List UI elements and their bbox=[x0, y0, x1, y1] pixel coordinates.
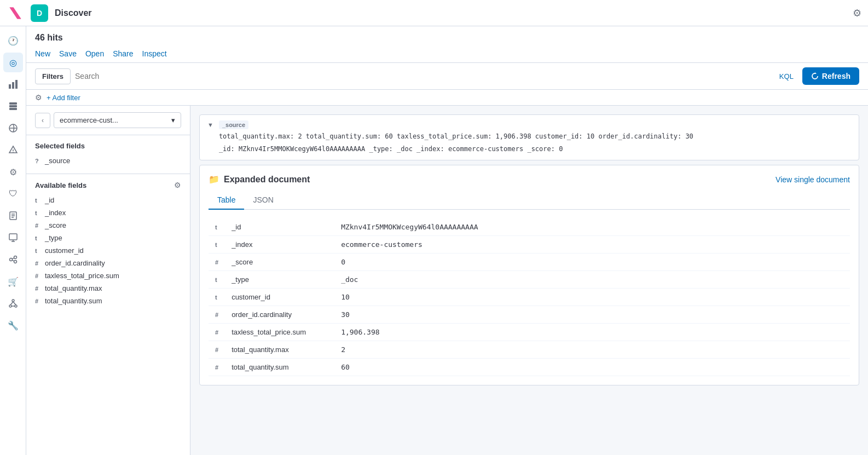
expanded-title: 📁 Expanded document bbox=[209, 174, 310, 185]
sidebar: ‹ ecommerce-cust... ▾ Selected fields ? … bbox=[26, 106, 190, 455]
nav-chart[interactable] bbox=[3, 74, 23, 94]
field-name-cell: total_quantity.sum bbox=[225, 359, 334, 376]
field-type[interactable]: t _type bbox=[35, 232, 181, 244]
nav-alert[interactable] bbox=[3, 140, 23, 160]
available-fields-section: Available fields ⚙ t _id t _index bbox=[26, 174, 190, 455]
field-score[interactable]: # _score bbox=[35, 219, 181, 232]
add-filter-row: ⚙ + Add filter bbox=[26, 90, 868, 106]
field-type-cell: t bbox=[209, 289, 225, 306]
field-total-quantity-max[interactable]: # total_quantity.max bbox=[35, 282, 181, 295]
selected-fields-title: Selected fields bbox=[35, 142, 181, 150]
svg-point-18 bbox=[14, 261, 16, 263]
inspect-button[interactable]: Inspect bbox=[142, 49, 167, 58]
table-row: # order_id.cardinality 30 bbox=[209, 306, 850, 324]
svg-point-8 bbox=[13, 152, 14, 153]
view-single-document-link[interactable]: View single document bbox=[776, 175, 850, 184]
nav-gear[interactable]: ⚙ bbox=[3, 162, 23, 182]
svg-point-22 bbox=[9, 305, 11, 307]
body-split: ‹ ecommerce-cust... ▾ Selected fields ? … bbox=[26, 106, 868, 455]
svg-point-23 bbox=[15, 305, 17, 307]
nav-wrench[interactable]: 🔧 bbox=[3, 315, 23, 335]
nav-compass[interactable]: ◎ bbox=[3, 53, 23, 72]
index-dropdown[interactable]: ecommerce-cust... ▾ bbox=[54, 112, 181, 128]
settings-icon[interactable]: ⚙ bbox=[853, 8, 861, 19]
field-value-cell: 60 bbox=[334, 359, 850, 376]
nav-clock[interactable]: 🕐 bbox=[3, 31, 23, 50]
filter-settings-icon[interactable]: ⚙ bbox=[35, 93, 42, 102]
selected-field-source[interactable]: ? _source bbox=[35, 154, 181, 167]
field-type-cell: # bbox=[209, 341, 225, 359]
expand-row-button[interactable]: ▼ bbox=[206, 120, 215, 129]
nav-monitor[interactable] bbox=[3, 228, 23, 247]
field-name: _source bbox=[45, 157, 70, 165]
table-row: t customer_id 10 bbox=[209, 289, 850, 306]
svg-line-25 bbox=[13, 302, 16, 305]
toolbar: 46 hits New Save Open Share Inspect bbox=[26, 26, 868, 63]
search-input[interactable] bbox=[75, 72, 771, 80]
results-area: ▼ _source total_quantity.max: 2 total_qu… bbox=[190, 106, 868, 455]
app-badge: D bbox=[31, 4, 48, 22]
field-order-id-cardinality[interactable]: # order_id.cardinality bbox=[35, 257, 181, 269]
table-row: # taxless_total_price.sum 1,906.398 bbox=[209, 324, 850, 341]
expanded-document: 📁 Expanded document View single document… bbox=[199, 165, 859, 385]
result-row: ▼ _source total_quantity.max: 2 total_qu… bbox=[199, 114, 859, 160]
table-row: # _score 0 bbox=[209, 254, 850, 271]
share-button[interactable]: Share bbox=[113, 49, 133, 58]
expanded-header: 📁 Expanded document View single document bbox=[209, 174, 850, 185]
table-row: t _index ecommerce-customers bbox=[209, 236, 850, 254]
svg-line-19 bbox=[12, 258, 14, 259]
source-label: _source bbox=[219, 120, 248, 129]
selected-fields-section: Selected fields ? _source bbox=[26, 135, 190, 174]
sidebar-collapse-button[interactable]: ‹ bbox=[35, 113, 50, 128]
field-id[interactable]: t _id bbox=[35, 194, 181, 206]
svg-rect-2 bbox=[15, 80, 18, 89]
field-name-cell: _type bbox=[225, 271, 334, 289]
nav-integration[interactable] bbox=[3, 250, 23, 269]
nav-file[interactable] bbox=[3, 206, 23, 226]
available-fields-header: Available fields ⚙ bbox=[35, 181, 181, 189]
nav-shield[interactable]: 🛡 bbox=[3, 184, 23, 204]
field-name-cell: _index bbox=[225, 236, 334, 254]
field-total-quantity-sum[interactable]: # total_quantity.sum bbox=[35, 295, 181, 307]
save-button[interactable]: Save bbox=[59, 49, 77, 58]
tab-table[interactable]: Table bbox=[209, 191, 244, 210]
svg-point-16 bbox=[9, 258, 12, 261]
svg-rect-1 bbox=[12, 82, 14, 89]
app-title: Discover bbox=[55, 8, 846, 18]
svg-rect-3 bbox=[9, 102, 17, 105]
toolbar-actions: New Save Open Share Inspect bbox=[35, 49, 859, 58]
field-type-cell: t bbox=[209, 236, 225, 254]
kql-button[interactable]: KQL bbox=[775, 72, 798, 80]
svg-rect-5 bbox=[9, 108, 17, 110]
nav-layers[interactable] bbox=[3, 96, 23, 116]
hits-count: 46 hits bbox=[35, 31, 859, 45]
field-name-cell: taxless_total_price.sum bbox=[225, 324, 334, 341]
index-selector: ‹ ecommerce-cust... ▾ bbox=[26, 106, 190, 135]
filters-button[interactable]: Filters bbox=[35, 68, 71, 84]
field-value-cell: 1,906.398 bbox=[334, 324, 850, 341]
nav-cart[interactable]: 🛒 bbox=[3, 272, 23, 291]
nav-map[interactable] bbox=[3, 118, 23, 138]
field-taxless-total-price-sum[interactable]: # taxless_total_price.sum bbox=[35, 269, 181, 282]
nav-node[interactable] bbox=[3, 293, 23, 313]
available-fields-title: Available fields bbox=[35, 181, 86, 189]
available-fields-settings-icon[interactable]: ⚙ bbox=[174, 181, 181, 189]
field-name-cell: order_id.cardinality bbox=[225, 306, 334, 324]
field-value-cell: 2 bbox=[334, 341, 850, 359]
add-filter-button[interactable]: + Add filter bbox=[47, 94, 80, 102]
field-index[interactable]: t _index bbox=[35, 206, 181, 219]
field-type-cell: # bbox=[209, 254, 225, 271]
svg-rect-4 bbox=[9, 105, 17, 107]
field-type-cell: # bbox=[209, 324, 225, 341]
field-type-icon: ? bbox=[35, 158, 42, 164]
table-row: # total_quantity.max 2 bbox=[209, 341, 850, 359]
field-value-cell: 10 bbox=[334, 289, 850, 306]
chevron-down-icon: ▾ bbox=[171, 116, 175, 124]
open-button[interactable]: Open bbox=[85, 49, 104, 58]
field-value-cell: MZknv4Ir5MMOKWcegyW64l0AAAAAAAAA bbox=[334, 218, 850, 236]
result-line2: _id: MZknv4Ir5MMOKWcegyW64l0AAAAAAAAA _t… bbox=[219, 144, 852, 154]
field-customer-id[interactable]: t customer_id bbox=[35, 244, 181, 257]
refresh-button[interactable]: Refresh bbox=[802, 67, 859, 85]
new-button[interactable]: New bbox=[35, 49, 50, 58]
tab-json[interactable]: JSON bbox=[244, 191, 282, 210]
